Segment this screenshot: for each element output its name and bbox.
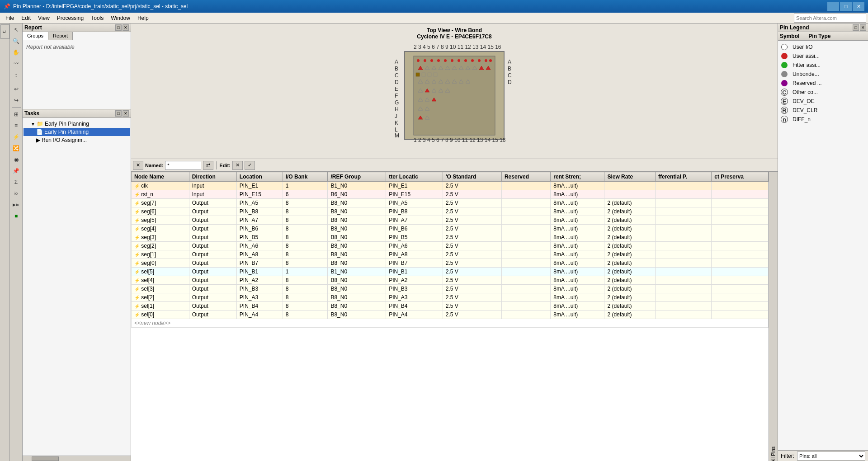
search-input[interactable] [794, 14, 866, 23]
reserved-label: Reserved ... [793, 80, 822, 86]
pin-table-wrapper[interactable]: Node Name Direction Location I/O Bank /R… [131, 172, 769, 461]
tool-pin[interactable]: 📌 [11, 165, 22, 176]
legend-close-btn[interactable]: ✕ [860, 24, 866, 31]
table-row[interactable]: ⚡ seg[6]OutputPIN_B88B8_N0PIN_B82.5 V8mA… [132, 207, 769, 216]
close-table-btn[interactable]: ✕ [133, 161, 143, 170]
tool-layers[interactable]: ≡ [11, 120, 22, 131]
table-cell [656, 216, 712, 225]
table-cell [656, 293, 712, 302]
table-cell: 2.5 V [443, 207, 501, 216]
task-group-early-pin[interactable]: ▼ 📁 Early Pin Planning [24, 120, 130, 128]
report-float-btn[interactable]: □ [115, 24, 122, 31]
table-cell: ⚡ seg[5] [132, 216, 189, 225]
table-cell: PIN_A3 [386, 293, 443, 302]
table-with-side: Node Name Direction Location I/O Bank /R… [131, 172, 778, 461]
tool-zoom[interactable]: 🔍 [11, 36, 22, 47]
table-row-new[interactable]: <<new node>> [132, 319, 769, 328]
tool-io[interactable]: io [11, 188, 22, 199]
maximize-button[interactable]: □ [840, 2, 852, 11]
close-button[interactable]: ✕ [853, 2, 864, 11]
table-cell: B8_N0 [328, 302, 386, 310]
row-icon: ⚡ [134, 269, 140, 274]
tasks-scroll-thumb[interactable] [32, 456, 59, 461]
menu-help[interactable]: Help [134, 14, 152, 22]
legend-diff-n: n DIFF_n [780, 115, 866, 124]
tool-arrow[interactable]: ↕ [11, 70, 22, 80]
table-row[interactable]: ⚡ seg[2]OutputPIN_A68B8_N0PIN_A62.5 V8mA… [132, 242, 769, 250]
named-input[interactable] [165, 161, 201, 170]
table-cell: ⚡ seg[3] [132, 233, 189, 242]
tool-green[interactable]: ■ [11, 211, 22, 221]
pin-table-area: ✕ Named: ⇄ Edit: ✕ ✓ Nod [131, 159, 778, 461]
table-cell: PIN_B7 [386, 259, 443, 268]
svg-text:C: C [395, 72, 399, 79]
tool-undo[interactable]: ↩ [11, 84, 22, 94]
menu-window[interactable]: Window [107, 14, 134, 22]
menu-edit[interactable]: Edit [18, 14, 34, 22]
menu-processing[interactable]: Processing [53, 14, 87, 22]
table-cell: Output [189, 207, 236, 216]
tool-pan[interactable]: ✋ [11, 47, 22, 58]
minimize-button[interactable]: — [827, 2, 839, 11]
table-cell: 8mA ...ult) [551, 190, 604, 199]
tab-report[interactable]: Report [48, 32, 73, 40]
col-io-standard: 'O Standard [443, 172, 501, 182]
edit-check-btn[interactable]: ✓ [245, 161, 255, 170]
e-tab[interactable]: E [0, 24, 9, 39]
table-cell: PIN_B4 [236, 302, 283, 310]
table-row[interactable]: ⚡ sel[5]OutputPIN_B11B1_N0PIN_B12.5 V8mA… [132, 268, 769, 276]
tool-route[interactable]: 〰 [11, 58, 22, 69]
table-cell: 8 [283, 250, 328, 259]
table-row[interactable]: ⚡ seg[7]OutputPIN_A58B8_N0PIN_A52.5 V8mA… [132, 199, 769, 207]
table-row[interactable]: ⚡ seg[5]OutputPIN_A78B8_N0PIN_A72.5 V8mA… [132, 216, 769, 225]
table-cell [712, 250, 769, 259]
table-row[interactable]: ⚡ sel[4]OutputPIN_A28B8_N0PIN_A22.5 V8mA… [132, 276, 769, 285]
row-icon: ⚡ [134, 304, 140, 309]
new-node-cell[interactable]: <<new node>> [132, 319, 769, 328]
table-cell: Output [189, 276, 236, 285]
filter-select[interactable]: Pins: all Pins: assigned Pins: unassigne… [797, 452, 865, 461]
table-row[interactable]: ⚡ sel[2]OutputPIN_A38B8_N0PIN_A32.5 V8mA… [132, 293, 769, 302]
menu-file[interactable]: File [2, 14, 18, 22]
edit-close-btn[interactable]: ✕ [232, 161, 243, 170]
task-run-io[interactable]: ▶ Run I/O Assignm... [24, 136, 130, 144]
tab-groups[interactable]: Groups [23, 32, 48, 40]
tool-select[interactable]: ↖ [11, 24, 22, 35]
task-early-pin-planning[interactable]: 📄 Early Pin Planning [24, 128, 130, 136]
tool-sigma[interactable]: Σ [11, 177, 22, 188]
table-row[interactable]: ⚡ rst_nInputPIN_E156B6_N0PIN_E152.5 V8mA… [132, 190, 769, 199]
report-close-btn[interactable]: ✕ [123, 24, 129, 31]
table-row[interactable]: ⚡ seg[0]OutputPIN_B78B8_N0PIN_B72.5 V8mA… [132, 259, 769, 268]
tool-circle[interactable]: ◉ [11, 154, 22, 165]
tasks-float-btn[interactable]: □ [115, 110, 122, 117]
table-row[interactable]: ⚡ clkInputPIN_E11B1_N0PIN_E12.5 V8mA ...… [132, 182, 769, 190]
tool-redo[interactable]: ↪ [11, 95, 22, 106]
tool-assign[interactable]: ⚡ [11, 132, 22, 142]
menu-view[interactable]: View [34, 14, 53, 22]
table-row[interactable]: ⚡ sel[3]OutputPIN_B38B8_N0PIN_B32.5 V8mA… [132, 285, 769, 293]
table-cell: 2 (default) [604, 259, 656, 268]
tool-random[interactable]: 🔀 [11, 143, 22, 154]
menu-tools[interactable]: Tools [87, 14, 107, 22]
table-row[interactable]: ⚡ seg[1]OutputPIN_A88B8_N0PIN_A82.5 V8mA… [132, 250, 769, 259]
all-pins-tab[interactable]: All Pins [769, 172, 778, 461]
table-cell: PIN_B6 [386, 225, 443, 233]
legend-float-btn[interactable]: □ [853, 24, 859, 31]
table-row[interactable]: ⚡ sel[1]OutputPIN_B48B8_N0PIN_B42.5 V8mA… [132, 302, 769, 310]
table-row[interactable]: ⚡ seg[4]OutputPIN_B68B8_N0PIN_B62.5 V8mA… [132, 225, 769, 233]
table-cell [501, 276, 550, 285]
table-cell: 2.5 V [443, 216, 501, 225]
tool-io-run[interactable]: ▶io [11, 199, 22, 210]
user-io-label: User I/O [793, 44, 813, 50]
tool-grid[interactable]: ⊞ [11, 109, 22, 120]
table-cell [656, 242, 712, 250]
row-icon: ⚡ [134, 278, 140, 283]
table-cell: 2.5 V [443, 250, 501, 259]
table-cell: B8_N0 [328, 233, 386, 242]
named-arrows-btn[interactable]: ⇄ [203, 161, 213, 170]
tasks-scrollbar[interactable] [23, 456, 131, 461]
table-row[interactable]: ⚡ seg[3]OutputPIN_B58B8_N0PIN_B52.5 V8mA… [132, 233, 769, 242]
tasks-close-btn[interactable]: ✕ [123, 110, 129, 117]
table-row[interactable]: ⚡ sel[0]OutputPIN_A48B8_N0PIN_A42.5 V8mA… [132, 310, 769, 319]
legend-dev-clr: R DEV_CLR [780, 106, 866, 115]
